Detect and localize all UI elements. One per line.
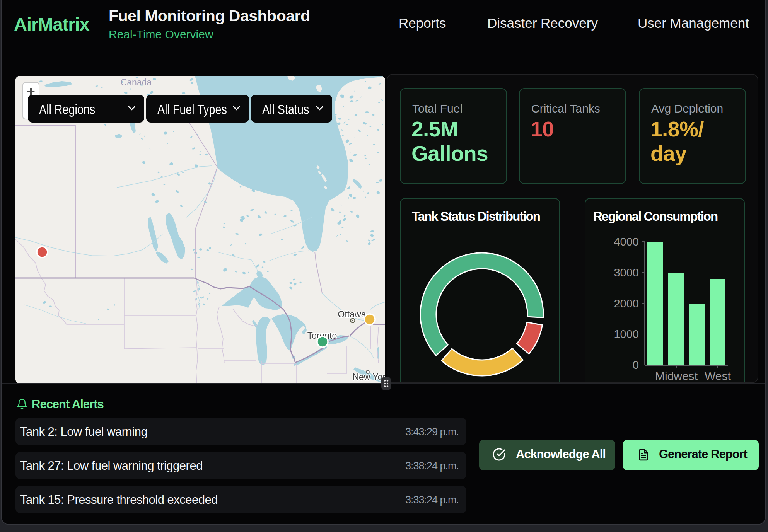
- svg-text:3000: 3000: [614, 266, 639, 279]
- svg-text:Canada: Canada: [121, 77, 152, 87]
- svg-text:West: West: [705, 370, 731, 382]
- svg-text:1000: 1000: [614, 328, 639, 340]
- svg-text:0: 0: [633, 359, 639, 371]
- svg-text:2000: 2000: [614, 297, 639, 310]
- svg-text:Midwest: Midwest: [655, 370, 698, 382]
- svg-text:Ottawa: Ottawa: [338, 309, 366, 319]
- svg-text:4000: 4000: [614, 235, 639, 248]
